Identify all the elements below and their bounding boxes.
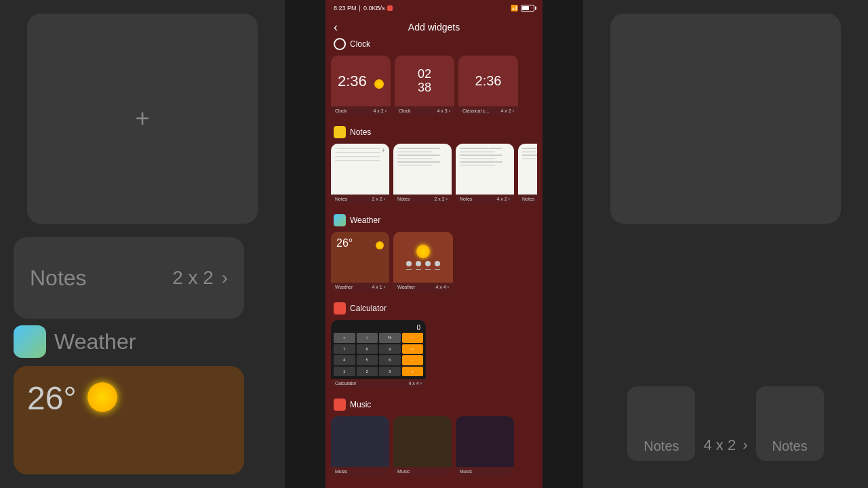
clock-sun-1 xyxy=(374,79,384,89)
clock-time-2: 02 38 xyxy=(418,68,431,95)
weather-section-label: Weather xyxy=(350,216,380,225)
clock-display-3: 2:36 xyxy=(458,56,518,106)
weather-sm-icon-3 xyxy=(425,261,431,266)
status-divider: | xyxy=(359,5,361,12)
notes-widget-4-footer: Notes xyxy=(518,195,537,203)
clock-widget-1[interactable]: 2:36 Clock 4 x 2 › xyxy=(331,56,391,115)
notes-preview-2 xyxy=(393,144,452,195)
bg-right-notes-card-1: Notes xyxy=(627,386,695,461)
calc-preview-area: 0 < ○ % ÷ 7 8 9 × 4 5 xyxy=(331,320,426,379)
bg-right-top xyxy=(610,14,841,224)
network-icon xyxy=(387,5,393,11)
weather-2-name: Weather xyxy=(397,285,415,289)
notes-1-name: Notes xyxy=(335,197,347,201)
notes-2-size: 2 x 2 › xyxy=(435,197,448,201)
bg-notes-card: Notes 2 x 2 › xyxy=(14,237,244,319)
notes-line-4-3 xyxy=(522,155,537,156)
calc-btn-brackets: ○ xyxy=(357,333,378,343)
status-bar: 8:23 PM | 0.0KB/s 📶 xyxy=(326,0,542,16)
weather-widget-row: 26° Weather 4 x 1 › xyxy=(331,232,537,291)
notes-line-2 xyxy=(335,152,380,153)
status-left: 8:23 PM | 0.0KB/s xyxy=(334,5,393,12)
weather-1-size: 4 x 1 › xyxy=(372,285,385,289)
notes-icon xyxy=(334,126,346,138)
music-icon xyxy=(334,399,346,411)
music-widget-3[interactable]: Music xyxy=(456,416,514,476)
calc-btn-multiply: × xyxy=(402,344,424,354)
music-widget-2[interactable]: Music xyxy=(393,416,452,476)
background-right: Notes 4 x 2 › Notes xyxy=(583,0,868,488)
bg-top-panel: + xyxy=(27,14,258,224)
calc-1-size: 4 x 4 › xyxy=(409,381,422,386)
weather-section: Weather 26° Weather xyxy=(331,214,537,291)
calculator-icon xyxy=(334,302,346,314)
notes-line-3 xyxy=(335,156,380,157)
notes-line-4-1 xyxy=(522,148,537,149)
notes-line-3-6 xyxy=(460,165,495,166)
calculator-widget-1[interactable]: 0 < ○ % ÷ 7 8 9 × 4 5 xyxy=(331,320,426,388)
music-3-name: Music xyxy=(460,469,472,474)
calculator-section-header: Calculator xyxy=(331,302,537,314)
sim-icon: 📶 xyxy=(511,5,518,12)
weather-widget-2[interactable]: Weather 4 x 4 › xyxy=(393,232,453,291)
music-2-name: Music xyxy=(397,469,410,474)
notes-widget-4[interactable]: Notes xyxy=(518,144,537,203)
notes-line-l2 xyxy=(397,158,433,159)
notes-line-l1 xyxy=(397,151,433,152)
clock-preview-2: 02 38 xyxy=(395,56,454,106)
clock-display-2: 02 38 xyxy=(395,56,454,106)
bg-weather-header: Weather xyxy=(14,325,244,358)
back-button[interactable]: ‹ xyxy=(334,20,338,35)
notes-widget-3[interactable]: Notes 4 x 2 › xyxy=(456,144,514,203)
content-scroll[interactable]: Clock 2:36 Clock xyxy=(326,38,542,488)
weather-sun-1 xyxy=(376,241,384,249)
bg-right-notes-size: 4 x 2 › xyxy=(703,436,747,454)
background-left: + Notes 2 x 2 › Weather 26° xyxy=(0,0,285,488)
notes-content-1: + xyxy=(331,144,389,195)
calculator-section-label: Calculator xyxy=(350,304,387,313)
clock-2-name: Clock xyxy=(399,108,411,113)
notes-1-size: 2 x 2 › xyxy=(372,197,385,201)
clock-preview-3: 2:36 xyxy=(458,56,518,106)
notes-widget-1[interactable]: + Notes 2 x 2 › xyxy=(331,144,389,203)
music-widget-1[interactable]: Music xyxy=(331,416,389,476)
clock-section-label: Clock xyxy=(350,39,370,49)
calc-button-grid: < ○ % ÷ 7 8 9 × 4 5 6 - xyxy=(334,333,423,376)
calc-display: 0 xyxy=(334,323,423,333)
weather-preview-2 xyxy=(393,232,453,283)
notes-widget-2-footer: Notes 2 x 2 › xyxy=(393,195,452,203)
calc-btn-9: 9 xyxy=(379,344,401,354)
notes-preview-3 xyxy=(456,144,514,195)
clock-widget-2[interactable]: 02 38 Clock 4 x 3 › xyxy=(395,56,454,115)
header: ‹ Add widgets xyxy=(326,16,542,38)
music-widget-row: Music Music Music xyxy=(331,416,537,476)
calc-btn-clear: < xyxy=(334,333,355,343)
clock-widget-3-footer: Classical c... 4 x 2 › xyxy=(458,106,518,115)
clock-3-name: Classical c... xyxy=(462,108,489,113)
notes-preview-1: + xyxy=(331,144,389,195)
notes-widget-1-footer: Notes 2 x 2 › xyxy=(331,195,389,203)
weather-icon xyxy=(334,214,346,226)
calc-btn-1: 1 xyxy=(334,367,355,377)
music-widget-3-footer: Music xyxy=(456,467,514,476)
notes-line-d2 xyxy=(397,155,440,156)
music-preview-2 xyxy=(393,416,452,467)
notes-line-d3 xyxy=(397,161,440,163)
weather-temp-1: 26° xyxy=(336,237,353,249)
calc-btn-3: 3 xyxy=(379,367,401,377)
notes-widget-2[interactable]: Notes 2 x 2 › xyxy=(393,144,452,203)
notes-content-3 xyxy=(456,144,514,195)
weather-2-size: 4 x 4 › xyxy=(436,285,449,289)
bg-notes-size: 2 x 2 › xyxy=(172,267,228,289)
notes-content-4 xyxy=(518,144,537,195)
clock-widget-3[interactable]: 2:36 Classical c... 4 x 2 › xyxy=(458,56,518,115)
weather-widget-1[interactable]: 26° Weather 4 x 1 › xyxy=(331,232,389,291)
music-section-header: Music xyxy=(331,399,537,411)
calc-btn-8: 8 xyxy=(357,344,378,354)
notes-content-2 xyxy=(393,144,452,195)
weather-widget-1-footer: Weather 4 x 1 › xyxy=(331,283,389,291)
notes-preview-4 xyxy=(518,144,537,195)
clock-icon xyxy=(334,38,346,50)
status-right: 📶 xyxy=(511,5,534,12)
weather-section-header: Weather xyxy=(331,214,537,226)
